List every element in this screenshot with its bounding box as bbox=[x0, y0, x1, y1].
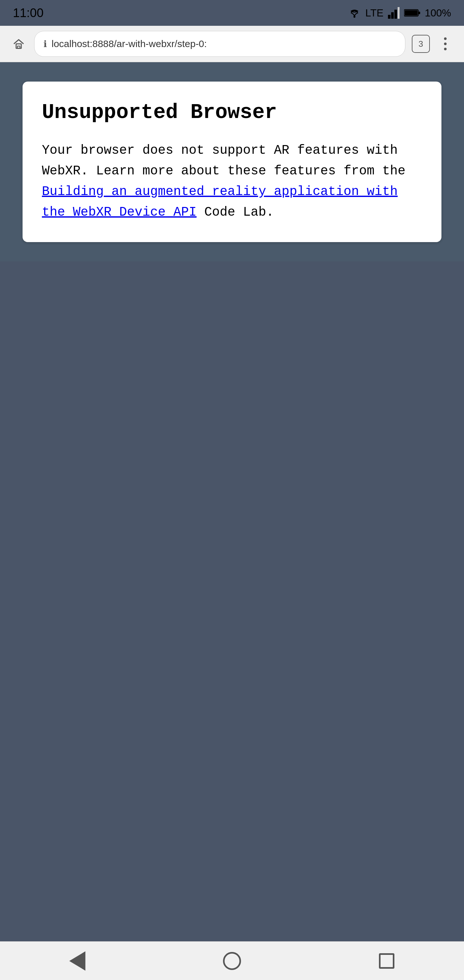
home-icon bbox=[12, 37, 25, 50]
address-bar[interactable]: ℹ localhost:8888/ar-with-webxr/step-0: bbox=[34, 31, 405, 57]
info-icon: ℹ bbox=[43, 39, 47, 49]
back-button[interactable] bbox=[64, 948, 90, 974]
browser-chrome: ℹ localhost:8888/ar-with-webxr/step-0: 3 bbox=[0, 26, 464, 62]
svg-rect-7 bbox=[405, 10, 418, 16]
status-icons: LTE 100% bbox=[348, 7, 451, 19]
svg-rect-2 bbox=[391, 12, 394, 19]
svg-rect-4 bbox=[397, 7, 400, 19]
home-nav-button[interactable] bbox=[219, 948, 245, 974]
svg-point-0 bbox=[353, 16, 355, 18]
battery-percentage: 100% bbox=[425, 7, 451, 19]
card-body-pre: Your browser does not support AR feature… bbox=[42, 143, 405, 178]
wifi-icon bbox=[348, 8, 361, 18]
page-content: Unsupported Browser Your browser does no… bbox=[0, 62, 464, 261]
svg-rect-9 bbox=[17, 46, 20, 48]
url-text: localhost:8888/ar-with-webxr/step-0: bbox=[52, 38, 207, 49]
tab-count-button[interactable]: 3 bbox=[412, 35, 430, 53]
menu-button[interactable] bbox=[436, 35, 454, 53]
tab-count-label: 3 bbox=[419, 39, 423, 49]
signal-icon bbox=[388, 7, 400, 19]
unsupported-browser-card: Unsupported Browser Your browser does no… bbox=[22, 81, 442, 242]
battery-icon bbox=[404, 8, 420, 18]
status-bar: 11:00 LTE 100% bbox=[0, 0, 464, 26]
back-icon bbox=[69, 951, 86, 970]
svg-rect-6 bbox=[418, 12, 420, 14]
status-time: 11:00 bbox=[13, 6, 43, 20]
svg-rect-1 bbox=[388, 15, 391, 19]
card-body-post: Code Lab. bbox=[197, 205, 274, 220]
home-nav-icon bbox=[223, 952, 241, 970]
card-body: Your browser does not support AR feature… bbox=[42, 140, 422, 223]
menu-dot-1 bbox=[444, 37, 447, 40]
menu-dot-3 bbox=[444, 48, 447, 50]
lte-label: LTE bbox=[365, 7, 383, 19]
recent-icon bbox=[379, 953, 394, 969]
recent-apps-button[interactable] bbox=[374, 948, 400, 974]
menu-dot-2 bbox=[444, 43, 447, 45]
navigation-bar bbox=[0, 941, 464, 980]
card-title: Unsupported Browser bbox=[42, 101, 422, 124]
svg-rect-3 bbox=[394, 10, 397, 19]
home-button[interactable] bbox=[10, 35, 28, 53]
